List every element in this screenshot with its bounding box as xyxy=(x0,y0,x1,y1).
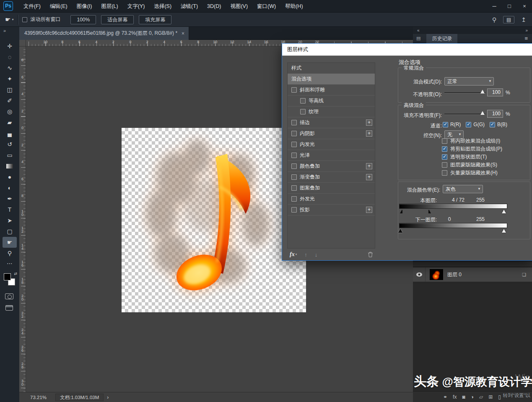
next-layer-white-thumb[interactable] xyxy=(502,229,506,233)
blend-option-row[interactable]: ✓ 透明形状图层(T) xyxy=(442,153,502,161)
style-list-item[interactable]: ✓ 样式 xyxy=(288,63,375,74)
layer-visibility-cell[interactable] xyxy=(413,267,426,282)
healing-brush-tool[interactable]: ◎ xyxy=(3,106,17,117)
style-list-item[interactable]: ✓ 描边 xyxy=(288,117,375,128)
blend-mode-select[interactable]: 正常 ▼ xyxy=(444,77,494,86)
style-list-item[interactable]: ✓ 内发光 xyxy=(288,139,375,150)
tab-history[interactable]: 历史记录 xyxy=(426,34,457,43)
link-layers-icon[interactable]: ⚭ xyxy=(443,394,447,400)
quick-selection-tool[interactable]: ✦ xyxy=(3,73,17,84)
style-checkbox[interactable]: ✓ xyxy=(291,131,297,136)
style-checkbox[interactable]: ✓ xyxy=(291,185,297,191)
style-checkbox[interactable]: ✓ xyxy=(291,174,297,180)
move-effect-up-icon[interactable]: ↑ xyxy=(304,252,307,258)
style-checkbox[interactable]: ✓ xyxy=(291,142,297,147)
document-canvas[interactable] xyxy=(122,128,306,312)
move-tool[interactable]: ✛ xyxy=(3,41,17,52)
layer-thumbnail[interactable] xyxy=(430,269,443,280)
swap-colors-icon[interactable]: ⇄ xyxy=(14,272,17,276)
style-list-item[interactable]: ✓ 混合选项 xyxy=(288,74,375,85)
style-list-item[interactable]: ✓ 颜色叠加 xyxy=(288,161,375,172)
adjustment-layer-icon[interactable]: ◑ xyxy=(471,394,474,400)
pen-tool[interactable]: ✒ xyxy=(3,193,17,204)
dialog-title[interactable]: 图层样式 xyxy=(282,44,532,56)
style-checkbox[interactable]: ✓ xyxy=(300,109,306,114)
slider-thumb[interactable] xyxy=(480,90,485,93)
this-layer-black-thumb-left[interactable] xyxy=(400,210,402,214)
channel-checkbox[interactable]: ✓ xyxy=(490,122,495,127)
menu-item[interactable]: 窗口(W) xyxy=(252,0,280,13)
expand-panels-icon[interactable]: » xyxy=(525,28,528,33)
style-list-item[interactable]: ✓ 光泽 xyxy=(288,150,375,161)
document-tab[interactable]: 43959f0c6fc96cdcfc490061f5e01f86.jpg @ 7… xyxy=(19,27,189,40)
style-checkbox[interactable]: ✓ xyxy=(291,153,297,158)
menu-item[interactable]: 编辑(E) xyxy=(45,0,72,13)
fill-opacity-value[interactable]: 100 xyxy=(487,110,503,118)
style-checkbox[interactable]: ✓ xyxy=(291,207,297,213)
blend-option-checkbox[interactable]: ✓ xyxy=(442,146,447,152)
foreground-color-swatch[interactable] xyxy=(4,273,11,280)
zoom-100-button[interactable]: 100% xyxy=(70,15,96,24)
zoom-tool[interactable]: ⚲ xyxy=(3,248,17,259)
fill-opacity-slider[interactable] xyxy=(444,109,485,118)
type-tool[interactable]: T xyxy=(3,204,17,215)
chevron-down-icon[interactable]: ▾ xyxy=(12,18,13,21)
close-tab-icon[interactable]: × xyxy=(182,31,184,36)
gradient-tool[interactable] xyxy=(3,161,17,171)
menu-item[interactable]: 3D(D) xyxy=(202,0,226,13)
status-chevron-icon[interactable]: › xyxy=(107,394,109,400)
workspace-icon[interactable]: ▤ xyxy=(503,16,514,23)
delete-layer-icon[interactable]: ▯ xyxy=(498,394,501,400)
menu-item[interactable]: 图像(I) xyxy=(72,0,97,13)
style-checkbox[interactable]: ✓ xyxy=(291,87,297,93)
new-group-icon[interactable]: ▱ xyxy=(479,394,483,400)
marquee-tool[interactable]: ◌ xyxy=(3,52,17,62)
layer-style-icon[interactable]: fx xyxy=(453,394,457,400)
rectangle-tool[interactable]: ▢ xyxy=(3,226,17,237)
quick-mask-icon[interactable] xyxy=(5,293,13,299)
scroll-all-windows-checkbox[interactable] xyxy=(22,17,27,22)
blend-option-row[interactable]: ✓ 将剪贴图层混合成组(P) xyxy=(442,145,502,153)
search-icon[interactable]: ⚲ xyxy=(492,16,496,23)
blend-option-row[interactable]: ✓ 矢量蒙版隐藏效果(H) xyxy=(442,169,502,177)
add-effect-button[interactable] xyxy=(366,163,372,169)
blend-if-select[interactable]: 灰色 ▼ xyxy=(443,185,483,193)
add-effect-button[interactable] xyxy=(366,207,372,213)
fit-screen-button[interactable]: 适合屏幕 xyxy=(101,15,134,24)
style-list-item[interactable]: ✓ 外发光 xyxy=(288,194,375,205)
style-list-item[interactable]: ✓ 斜面和浮雕 xyxy=(288,85,375,96)
hand-tool[interactable]: ☛ xyxy=(3,237,17,248)
layer-row[interactable]: 图层 0 ❏ xyxy=(413,267,532,282)
style-checkbox[interactable]: ✓ xyxy=(291,196,297,202)
this-layer-black-thumb-right[interactable] xyxy=(428,210,431,214)
fill-screen-button[interactable]: 填充屏幕 xyxy=(139,15,171,24)
new-layer-icon[interactable]: ⊞ xyxy=(488,394,493,400)
blend-option-row[interactable]: ✓ 图层蒙版隐藏效果(S) xyxy=(442,161,502,169)
this-layer-white-thumb[interactable] xyxy=(502,210,506,213)
move-effect-down-icon[interactable]: ↓ xyxy=(315,252,318,258)
zoom-level[interactable]: 73.21% xyxy=(30,395,52,400)
menu-item[interactable]: 文字(Y) xyxy=(123,0,150,13)
opacity-value[interactable]: 100 xyxy=(487,88,503,96)
style-list-item[interactable]: ✓ 投影 xyxy=(288,205,375,215)
style-list-item[interactable]: ✓ 内阴影 xyxy=(288,128,375,139)
add-effect-button[interactable] xyxy=(366,174,372,180)
toolbar-flyout-icon[interactable]: » xyxy=(3,28,6,33)
style-list-item[interactable]: ✓ 图案叠加 xyxy=(288,183,375,194)
eyedropper-tool[interactable]: ✐ xyxy=(3,95,17,106)
add-effect-button[interactable] xyxy=(366,130,372,137)
style-list-item[interactable]: ✓ 纹理 xyxy=(288,106,375,117)
menu-item[interactable]: 文件(F) xyxy=(19,0,45,13)
layer-name[interactable]: 图层 0 xyxy=(447,271,462,278)
blend-option-checkbox[interactable]: ✓ xyxy=(442,154,447,160)
panel-menu-icon[interactable]: ≡ xyxy=(524,35,528,41)
channel-option[interactable]: ✓ R(R) xyxy=(443,122,461,127)
slider-thumb[interactable] xyxy=(480,111,485,115)
collapse-panels-icon[interactable]: « xyxy=(417,28,420,33)
delete-effect-icon[interactable] xyxy=(368,252,373,257)
close-button[interactable]: × xyxy=(517,0,532,13)
screen-mode-icon[interactable] xyxy=(5,305,13,311)
fx-icon[interactable]: fx xyxy=(290,251,295,258)
color-swatches[interactable]: ⇄ xyxy=(4,273,16,288)
blend-option-checkbox[interactable]: ✓ xyxy=(442,162,447,168)
